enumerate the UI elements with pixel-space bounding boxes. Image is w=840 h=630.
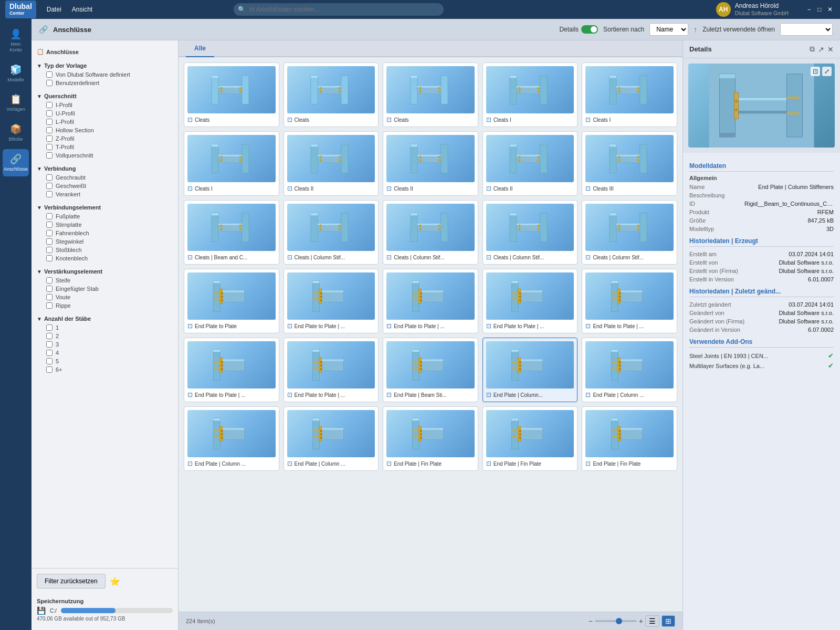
filter-item-vollquer[interactable]: Vollquerschnitt — [37, 151, 173, 160]
menu-datei[interactable]: Datei — [47, 6, 61, 13]
grid-item-8[interactable]: ⊡Cleats II — [383, 131, 478, 196]
filter-item-lprofil[interactable]: L-Profil — [37, 118, 173, 126]
zoom-minus-button[interactable]: − — [589, 617, 593, 625]
checkbox-geschraubt[interactable] — [46, 174, 52, 181]
grid-item-30[interactable]: ⊡End Plate | Fin Plate — [582, 406, 677, 471]
checkbox-voute[interactable] — [46, 294, 52, 300]
filter-item-geschweisst[interactable]: Geschweißt — [37, 182, 173, 190]
grid-item-26[interactable]: ⊡End Plate | Column ... — [184, 406, 279, 471]
sidebar-item-bloecke[interactable]: 📦 Blöcke — [3, 119, 29, 146]
filter-item-stegwinkel[interactable]: Stegwinkel — [37, 237, 173, 246]
checkbox-vollquer[interactable] — [46, 152, 52, 159]
checkbox-stegwinkel[interactable] — [46, 238, 52, 245]
grid-item-5[interactable]: ⊡Cleats I — [582, 62, 677, 127]
filter-item-2[interactable]: 2 — [37, 332, 173, 340]
checkbox-verankert[interactable] — [46, 191, 52, 197]
filter-item-steife[interactable]: Steife — [37, 276, 173, 285]
checkbox-knotenblech[interactable] — [46, 255, 52, 261]
filter-item-iprofil[interactable]: I-Profil — [37, 101, 173, 109]
filter-header-verbindung[interactable]: ▼ Verbindung — [37, 164, 173, 173]
filter-item-5[interactable]: 5 — [37, 357, 173, 365]
checkbox-stosblech[interactable] — [46, 247, 52, 253]
grid-item-27[interactable]: ⊡End Plate | Column ... — [284, 406, 379, 471]
grid-item-2[interactable]: ⊡Cleats — [284, 62, 379, 127]
filter-header-verstaerkung[interactable]: ▼ Verstärkungselement — [37, 267, 173, 276]
sidebar-item-modelle[interactable]: 🧊 Modelle — [3, 60, 29, 87]
checkbox-iprofil[interactable] — [46, 102, 52, 108]
filter-item-1[interactable]: 1 — [37, 323, 173, 332]
filter-item-eingefuegt[interactable]: Eingefügter Stab — [37, 285, 173, 293]
checkbox-lprofil[interactable] — [46, 119, 52, 125]
zoom-handle[interactable] — [616, 618, 622, 624]
grid-item-20[interactable]: ⊡End Plate to Plate | ... — [582, 269, 677, 333]
sidebar-item-vorlagen[interactable]: 📋 Vorlagen — [3, 89, 29, 117]
grid-item-4[interactable]: ⊡Cleats I — [482, 62, 578, 127]
grid-item-1[interactable]: ⊡Cleats — [184, 62, 279, 127]
grid-item-12[interactable]: ⊡Cleats | Column Stif... — [284, 200, 379, 265]
filter-item-4[interactable]: 4 — [37, 349, 173, 357]
filter-item-3[interactable]: 3 — [37, 340, 173, 349]
filter-item-stosblech[interactable]: Stoßblech — [37, 246, 173, 254]
checkbox-steife[interactable] — [46, 277, 52, 284]
grid-item-24[interactable]: ⊡End Plate | Column... — [482, 338, 578, 402]
grid-item-18[interactable]: ⊡End Plate to Plate | ... — [383, 269, 478, 333]
checkbox-2[interactable] — [46, 333, 52, 339]
filter-item-verankert[interactable]: Verankert — [37, 190, 173, 198]
close-button[interactable]: ✕ — [825, 5, 835, 14]
checkbox-stirnplatte[interactable] — [46, 222, 52, 228]
details-external-button[interactable]: ↗ — [818, 45, 824, 54]
grid-item-21[interactable]: ⊡End Plate to Plate | ... — [184, 338, 279, 402]
checkbox-5[interactable] — [46, 358, 52, 364]
grid-item-9[interactable]: ⊡Cleats II — [482, 131, 578, 196]
checkbox-geschweisst[interactable] — [46, 183, 52, 189]
filter-item-tprofil[interactable]: T-Profil — [37, 143, 173, 151]
grid-item-19[interactable]: ⊡End Plate to Plate | ... — [482, 269, 578, 333]
checkbox-4[interactable] — [46, 350, 52, 356]
checkbox-1[interactable] — [46, 324, 52, 331]
filter-item-fussplatte[interactable]: Fußplatte — [37, 212, 173, 220]
checkbox-zprofil[interactable] — [46, 135, 52, 142]
filter-item-geschraubt[interactable]: Geschraubt — [37, 173, 173, 182]
filter-item-dlubal[interactable]: Von Dlubal Software definiert — [37, 70, 173, 79]
checkbox-dlubal[interactable] — [46, 71, 52, 78]
maximize-button[interactable]: □ — [815, 5, 824, 14]
grid-item-15[interactable]: ⊡Cleats | Column Stif... — [582, 200, 677, 265]
details-close-button[interactable]: ✕ — [827, 45, 834, 54]
grid-item-14[interactable]: ⊡Cleats | Column Stif... — [482, 200, 578, 265]
tab-alle[interactable]: Alle — [186, 40, 214, 57]
grid-item-29[interactable]: ⊡End Plate | Fin Plate — [482, 406, 578, 471]
filter-item-stirnplatte[interactable]: Stirnplatte — [37, 220, 173, 229]
grid-item-23[interactable]: ⊡End Plate | Beam Sti... — [383, 338, 478, 402]
checkbox-benutzer[interactable] — [46, 80, 52, 86]
preview-icon-2[interactable]: ⤢ — [822, 67, 832, 76]
grid-item-13[interactable]: ⊡Cleats | Column Stif... — [383, 200, 478, 265]
preview-icon-1[interactable]: ⊡ — [811, 67, 820, 76]
filter-header-anzahl[interactable]: ▼ Anzahl der Stäbe — [37, 314, 173, 323]
grid-item-25[interactable]: ⊡End Plate | Column ... — [582, 338, 677, 402]
filter-header-verbindungselement[interactable]: ▼ Verbindungselement — [37, 203, 173, 212]
filter-item-uprofil[interactable]: U-Profil — [37, 109, 173, 118]
filter-item-hollow[interactable]: Hollow Section — [37, 126, 173, 134]
checkbox-rippe[interactable] — [46, 302, 52, 309]
checkbox-fahnenblech[interactable] — [46, 230, 52, 236]
bookmark-button[interactable]: ⭐ — [110, 576, 120, 586]
filter-reset-button[interactable]: Filter zurücksetzen — [37, 574, 106, 589]
menu-ansicht[interactable]: Ansicht — [72, 6, 92, 13]
grid-item-16[interactable]: ⊡End Plate to Plate — [184, 269, 279, 333]
sort-select[interactable]: Name Datum Größe — [649, 23, 688, 36]
checkbox-tprofil[interactable] — [46, 144, 52, 150]
grid-item-17[interactable]: ⊡End Plate to Plate | ... — [284, 269, 379, 333]
grid-item-6[interactable]: ⊡Cleats I — [184, 131, 279, 196]
list-view-button[interactable]: ☰ — [645, 615, 659, 627]
details-toggle-switch[interactable] — [581, 25, 598, 34]
checkbox-uprofil[interactable] — [46, 110, 52, 117]
grid-item-10[interactable]: ⊡Cleats III — [582, 131, 677, 196]
grid-item-11[interactable]: ⊡Cleats | Beam and C... — [184, 200, 279, 265]
filter-header-vorlage[interactable]: ▼ Typ der Vorlage — [37, 61, 173, 70]
sidebar-item-mein-konto[interactable]: 👤 Mein Konto — [3, 24, 29, 57]
filter-item-6plus[interactable]: 6+ — [37, 365, 173, 374]
grid-item-28[interactable]: ⊡End Plate | Fin Plate — [383, 406, 478, 471]
recent-select[interactable] — [780, 23, 833, 36]
grid-view-button[interactable]: ⊞ — [662, 615, 675, 627]
grid-item-7[interactable]: ⊡Cleats II — [284, 131, 379, 196]
